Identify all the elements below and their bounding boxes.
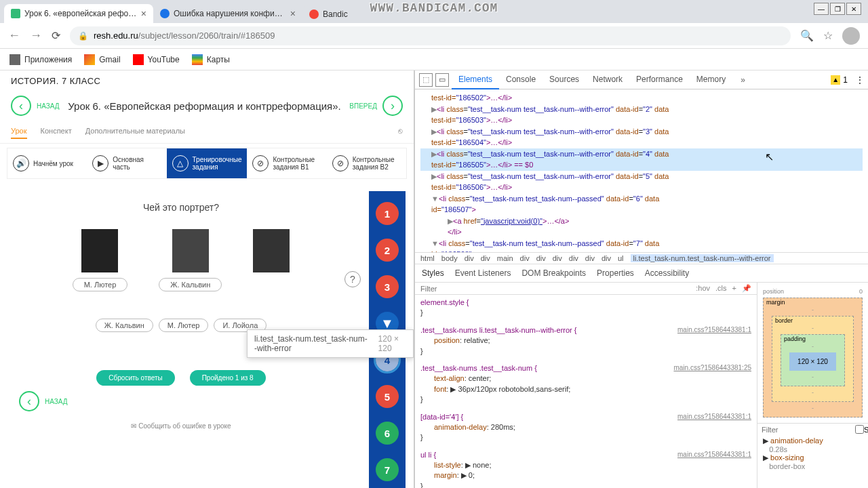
dom-node[interactable]: test-id="186502">…</li>	[420, 92, 863, 104]
dom-node[interactable]: test-id="186503">…</li>	[420, 115, 863, 126]
section-training[interactable]: △Тренировочные задания	[167, 148, 248, 178]
crumb[interactable]: div	[569, 254, 578, 262]
browser-tab[interactable]: Урок 6. «европейская реформа ×	[4, 4, 153, 23]
crumb[interactable]: div	[601, 254, 611, 262]
filter-input[interactable]	[420, 285, 696, 293]
devtools-tab[interactable]: Network	[586, 70, 629, 89]
warning-badge[interactable]: ▲	[831, 75, 840, 85]
computed-list[interactable]: ▶ animation-delay 0.28s▶ box-sizing bord…	[757, 435, 868, 472]
next-lesson-button[interactable]: ›	[382, 96, 403, 116]
styles-tab[interactable]: DOM Breakpoints	[521, 268, 586, 278]
devtools-tab[interactable]: Elements	[452, 70, 499, 89]
portrait-option[interactable]	[253, 229, 290, 291]
styles-tab[interactable]: Accessibility	[645, 268, 689, 278]
dom-node[interactable]: ▼<li class="test__task-num test_task-num…	[420, 238, 863, 249]
dom-node[interactable]: ▶<li class="test__task-num test__task-nu…	[420, 171, 863, 182]
computed-property[interactable]: ▶ animation-delay 0.28s	[763, 436, 863, 453]
crumb[interactable]: body	[441, 254, 458, 262]
reload-icon[interactable]: ⟳	[52, 29, 60, 42]
crumb[interactable]: li.test_task-num.test_task-num--with-err…	[631, 254, 774, 262]
dom-node[interactable]: ▶<li class="test__task-num test__task-nu…	[420, 104, 863, 115]
dom-node[interactable]: ▶<li class="test__task-num test__task-nu…	[420, 126, 863, 138]
url-input[interactable]: 🔒 resh.edu.ru/subject/lesson/2060/train/…	[70, 26, 791, 45]
breadcrumb[interactable]: htmlbodydivdivmaindivdivdivdivdivdivulli…	[415, 252, 868, 264]
dom-node[interactable]: ▼<li class="test__task-num test_task-num…	[420, 193, 863, 205]
dom-node[interactable]: test-id="186506">…</li>	[420, 182, 863, 193]
tab-summary[interactable]: Конспект	[41, 127, 72, 139]
back-button[interactable]: ‹	[19, 391, 39, 411]
css-rule[interactable]: [data-id='4'] {main.css?1586443381:1anim…	[420, 412, 751, 443]
tab-lesson[interactable]: Урок	[11, 127, 27, 139]
crumb[interactable]: div	[520, 254, 530, 262]
share-icon[interactable]: ⎋	[398, 127, 403, 139]
task-number[interactable]: 6	[376, 422, 399, 445]
cls-button[interactable]: .cls	[715, 284, 727, 293]
dom-node[interactable]: test-id="186505">…</li> == $0	[420, 159, 863, 171]
crumb[interactable]: main	[497, 254, 513, 262]
add-rule-button[interactable]: +	[732, 284, 736, 293]
section-test2[interactable]: ⊘Контрольные задания В2	[327, 148, 406, 178]
bookmark-gmail[interactable]: Gmail	[84, 54, 120, 65]
section-test1[interactable]: ⊘Контрольные задания В1	[247, 148, 326, 178]
hov-button[interactable]: :hov	[696, 284, 710, 293]
css-rule[interactable]: .test__task-nums li.test__task-num--with…	[420, 325, 751, 357]
answer-chip[interactable]: Ж. Кальвин	[96, 319, 153, 332]
tab-extra[interactable]: Дополнительные материалы	[85, 127, 185, 139]
progress-button[interactable]: Пройдено 1 из 8	[190, 370, 266, 386]
task-number[interactable]: 2	[376, 239, 399, 262]
pin-icon[interactable]: 📌	[742, 284, 751, 293]
apps-button[interactable]: Приложения	[9, 54, 72, 65]
device-icon[interactable]: ▭	[435, 73, 449, 87]
task-number[interactable]: 1	[376, 202, 399, 225]
browser-tab[interactable]: Ошибка нарушения конфиденц ×	[153, 4, 302, 23]
crumb[interactable]: html	[420, 254, 435, 262]
task-number[interactable]: 5	[376, 385, 399, 408]
reset-button[interactable]: Сбросить ответы	[96, 370, 174, 386]
help-icon[interactable]: ?	[344, 271, 361, 287]
devtools-tab[interactable]: Sources	[542, 70, 586, 89]
dom-node[interactable]: test-id="186504">…</li>	[420, 137, 863, 148]
styles-tab[interactable]: Styles	[422, 268, 444, 278]
report-error-link[interactable]: ✉ Сообщить об ошибке в уроке	[8, 422, 354, 430]
bookmark-youtube[interactable]: YouTube	[133, 54, 180, 65]
close-icon[interactable]: ×	[290, 8, 296, 19]
portrait-option[interactable]: М. Лютер	[73, 229, 128, 291]
inspect-icon[interactable]: ⬚	[419, 73, 433, 87]
prev-lesson-button[interactable]: ‹	[11, 96, 31, 116]
css-rules[interactable]: element.style {}.test__task-nums li.test…	[415, 295, 757, 488]
more-icon[interactable]: »	[735, 75, 751, 85]
devtools-tab[interactable]: Performance	[629, 70, 690, 89]
crumb[interactable]: ul	[618, 254, 624, 262]
dom-node[interactable]: ▶<a href="javascript:void(0)">…</a>	[420, 216, 863, 227]
css-rule[interactable]: ul li {main.css?1586443381:1list-style: …	[420, 450, 751, 488]
devtools-tab[interactable]: Console	[499, 70, 542, 89]
styles-tab[interactable]: Event Listeners	[455, 268, 511, 278]
devtools-tab[interactable]: Memory	[690, 70, 732, 89]
user-avatar[interactable]	[842, 27, 860, 45]
crumb[interactable]: div	[481, 254, 490, 262]
crumb[interactable]: div	[536, 254, 546, 262]
section-start[interactable]: 🔊Начнём урок	[7, 148, 87, 178]
show-all-checkbox[interactable]	[855, 425, 864, 434]
css-rule[interactable]: .test__task-nums .test__task-num {main.c…	[420, 363, 751, 405]
dom-node[interactable]: id="186507">	[420, 204, 863, 216]
star-icon[interactable]: ☆	[823, 29, 833, 42]
bookmark-maps[interactable]: Карты	[192, 54, 230, 65]
css-rule[interactable]: element.style {}	[420, 298, 751, 319]
dom-node[interactable]: </li>	[420, 226, 863, 238]
computed-filter-input[interactable]	[762, 426, 855, 434]
close-icon[interactable]: ×	[141, 8, 146, 19]
task-number[interactable]: 3	[376, 275, 399, 298]
devtools-menu-icon[interactable]: ⋮	[850, 75, 864, 85]
task-number[interactable]: 7	[376, 458, 399, 481]
portrait-option[interactable]: Ж. Кальвин	[159, 229, 222, 291]
search-icon[interactable]: 🔍	[800, 29, 814, 42]
computed-property[interactable]: ▶ box-sizing border-box	[763, 453, 863, 470]
section-main[interactable]: ▶Основная часть	[87, 148, 166, 178]
minimize-button[interactable]: —	[814, 3, 829, 15]
crumb[interactable]: div	[465, 254, 474, 262]
back-icon[interactable]: ←	[8, 28, 20, 43]
answer-chip[interactable]: М. Лютер	[159, 319, 209, 332]
dom-tree[interactable]: test-id="186502">…</li>▶<li class="test_…	[415, 89, 868, 252]
crumb[interactable]: div	[553, 254, 562, 262]
